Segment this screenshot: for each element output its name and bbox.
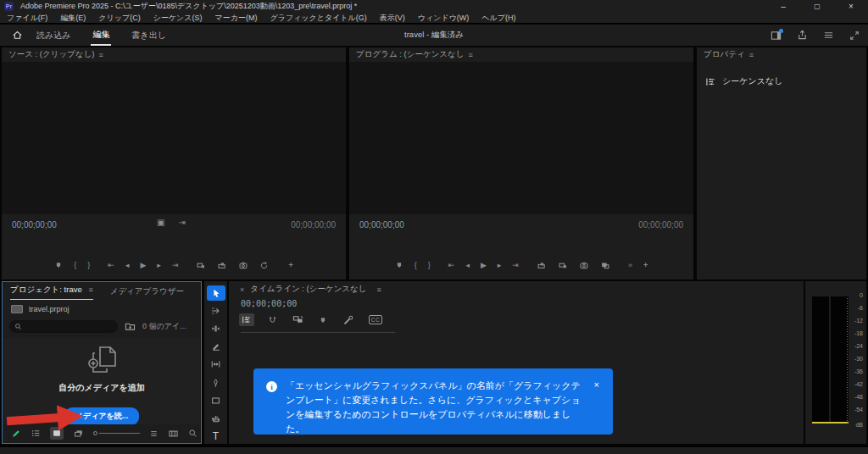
audio-meter-right [831,296,849,424]
properties-panel: プロパティ ≡ シーケンスなし [697,47,866,280]
maximize-button[interactable]: ▢ [800,0,834,13]
program-monitor-panel: プログラム : (シーケンスなし ≡ 00;00;00;00 00;00;00;… [349,47,693,280]
source-button-editor-icon[interactable]: + [288,262,292,269]
razor-tool[interactable] [207,339,225,354]
filmstrip-view-icon[interactable] [168,429,179,438]
program-monitor-title: プログラム : (シーケンスなし [356,49,465,60]
source-zoom-level-select[interactable]: ▣ [157,219,164,227]
source-overwrite-icon[interactable] [217,261,227,270]
project-search-box[interactable] [9,320,118,333]
type-tool[interactable]: T [207,429,225,444]
quick-export-icon[interactable] [797,30,808,41]
source-export-frame-icon[interactable] [238,261,248,270]
panel-menu-icon[interactable] [823,30,834,40]
program-more-buttons-icon[interactable]: » [628,262,632,269]
source-step-back-icon[interactable]: ◂ [125,262,130,269]
source-panel-menu-icon[interactable]: ≡ [99,51,103,59]
audio-meter-peak-line [812,422,849,424]
source-duration-timecode: 00;00;00;00 [291,220,336,230]
program-extract-icon[interactable] [558,261,568,270]
source-step-forward-icon[interactable]: ▸ [157,262,161,269]
tab-edit[interactable]: 編集 [91,25,111,46]
timeline-close-icon[interactable]: × [240,285,244,294]
workspaces-icon[interactable] [771,30,782,41]
tab-project[interactable]: プロジェクト: trave ≡ [10,285,93,300]
close-button[interactable]: × [834,0,868,13]
source-add-marker-icon[interactable] [54,261,63,269]
source-goto-in-icon[interactable]: ⇤ [108,262,114,269]
track-select-tool[interactable] [207,303,225,318]
tab-import[interactable]: 読み込み [35,25,72,45]
program-mark-out-icon[interactable]: } [428,262,431,269]
menu-clip[interactable]: クリップ(C) [98,13,140,24]
source-mark-in-icon[interactable]: { [74,262,76,269]
timeline-settings-icon[interactable] [341,313,356,326]
snap-icon[interactable] [264,313,280,326]
menu-view[interactable]: 表示(V) [380,13,405,24]
menu-edit[interactable]: 編集(E) [60,13,86,24]
program-panel-menu-icon[interactable]: ≡ [469,51,473,59]
pen-tool[interactable] [207,375,225,390]
home-icon[interactable] [12,30,23,41]
menu-bar: ファイル(F) 編集(E) クリップ(C) シーケンス(S) マーカー(M) グ… [0,13,868,24]
menu-sequence[interactable]: シーケンス(S) [153,13,203,24]
nest-sequence-icon[interactable] [239,313,254,326]
tab-export[interactable]: 書き出し [130,25,167,45]
timeline-add-marker-icon[interactable] [315,313,331,326]
fullscreen-icon[interactable] [849,30,860,41]
program-mark-in-icon[interactable]: { [415,262,417,269]
program-step-back-icon[interactable]: ◂ [465,262,470,269]
empty-state-title: 自分のメディアを追加 [58,382,144,394]
properties-panel-menu-icon[interactable]: ≡ [749,51,754,59]
selection-tool[interactable] [207,285,225,301]
program-lift-icon[interactable] [537,261,547,270]
program-goto-in-icon[interactable]: ⇤ [448,262,455,269]
project-file-row[interactable]: travel.prproj [3,302,201,317]
rectangle-tool[interactable] [207,393,225,408]
program-button-editor-icon[interactable]: + [643,262,648,269]
source-settings-icon[interactable]: ⇥ [178,219,185,227]
source-play-icon[interactable]: ▶ [140,262,146,269]
source-mark-out-icon[interactable]: } [87,262,90,269]
project-panel-menu-icon[interactable]: ≡ [88,285,92,294]
minimize-button[interactable]: – [766,0,800,13]
source-insert-icon[interactable] [196,261,206,270]
timeline-ruler[interactable] [241,332,395,333]
menu-window[interactable]: ウィンドウ(W) [418,13,470,24]
audio-meter-unit: dB [848,422,863,428]
timeline-title: タイムライン : (シーケンスなし [250,284,366,295]
program-export-frame-icon[interactable] [579,261,589,270]
audio-meter-left [812,296,829,424]
linked-selection-icon[interactable] [290,313,305,326]
workspace-bar: 読み込み 編集 書き出し travel - 編集済み [0,25,868,46]
menu-file[interactable]: ファイル(F) [7,13,47,24]
sort-icon[interactable] [149,429,159,438]
program-duration-timecode: 00;00;00;00 [638,220,683,230]
ripple-edit-tool[interactable] [207,321,225,336]
premiere-pro-window: Pr Adobe Premiere Pro 2025 - C:\ユーザー\018… [0,0,868,454]
tools-panel: T [204,281,227,444]
menu-graphics[interactable]: グラフィックとタイトル(G) [270,13,366,24]
find-icon[interactable] [188,429,198,438]
notification-close-icon[interactable]: × [594,379,599,390]
timeline-panel-menu-icon[interactable]: ≡ [377,285,381,294]
menu-marker[interactable]: マーカー(M) [215,13,258,24]
freeform-view-icon[interactable] [73,429,84,438]
notification-banner: i 「エッセンシャルグラフィックスパネル」の名前が「グラフィックテンプレート」に… [253,368,613,435]
timeline-timecode[interactable]: 00;00;00;00 [241,299,804,308]
tab-media-browser[interactable]: メディアブラウザー [110,286,184,297]
program-add-marker-icon[interactable] [395,261,403,269]
search-input[interactable] [25,321,102,331]
source-loop-icon[interactable] [259,261,269,270]
slip-tool[interactable] [207,357,225,372]
source-goto-out-icon[interactable]: ⇥ [172,262,179,269]
menu-help[interactable]: ヘルプ(H) [481,13,515,24]
program-play-icon[interactable]: ▶ [481,262,487,269]
program-goto-out-icon[interactable]: ⇥ [512,262,519,269]
import-target-icon[interactable] [125,322,136,331]
program-step-forward-icon[interactable]: ▸ [498,262,502,269]
program-comparison-view-icon[interactable] [600,261,610,270]
captions-icon[interactable]: CC [366,313,385,326]
thumbnail-zoom-slider[interactable] [93,431,140,435]
hand-tool[interactable] [207,411,225,426]
